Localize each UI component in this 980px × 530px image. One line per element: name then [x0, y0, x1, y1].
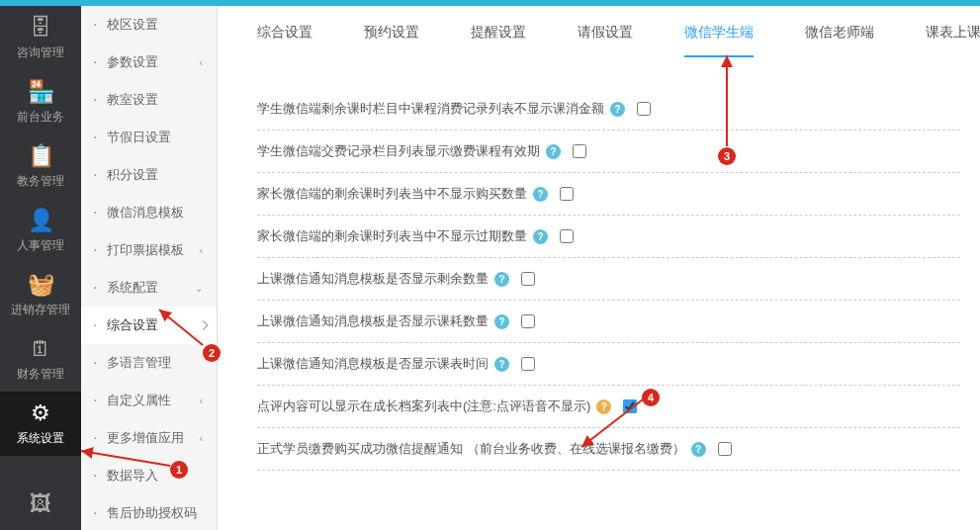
setting-row: 家长微信端的剩余课时列表当中不显示过期数量 ? [257, 216, 960, 258]
secondary-sidebar: 校区设置 参数设置‹ 教室设置 节假日设置 积分设置 微信消息模板 打印票据模板… [81, 0, 218, 530]
setting-checkbox[interactable] [637, 102, 651, 116]
help-icon[interactable]: ? [596, 399, 611, 414]
nav-bottom[interactable]: 🖼 [0, 479, 81, 530]
sidebar-label: 系统配置 [107, 279, 158, 297]
sidebar-label: 打印票据模板 [107, 241, 184, 259]
chevron-left-icon: ‹ [200, 396, 203, 406]
sidebar-item-general-settings[interactable]: 综合设置 [81, 307, 217, 344]
sidebar-item-holiday[interactable]: 节假日设置 [81, 119, 217, 156]
sidebar-label: 更多增值应用 [107, 429, 184, 447]
setting-label: 上课微信通知消息模板是否显示剩余数量 [257, 270, 489, 288]
nav-inventory[interactable]: 🧺 进销存管理 [0, 263, 81, 327]
nav-consult[interactable]: 🗄 咨询管理 [0, 6, 81, 70]
help-icon[interactable]: ? [533, 229, 548, 244]
sidebar-label: 多语言管理 [107, 354, 171, 372]
sidebar-item-addons[interactable]: 更多增值应用‹ [81, 419, 217, 457]
setting-label: 家长微信端的剩余课时列表当中不显示过期数量 [257, 227, 527, 245]
nav-label: 系统设置 [17, 430, 64, 447]
setting-row: 上课微信通知消息模板是否显示课耗数量 ? [257, 301, 960, 343]
nav-label: 前台业务 [17, 109, 64, 126]
sidebar-label: 节假日设置 [107, 129, 171, 146]
annotation-marker-3: 3 [718, 147, 736, 165]
setting-checkbox[interactable] [521, 272, 535, 286]
nav-label: 财务管理 [17, 366, 64, 383]
sidebar-item-print[interactable]: 打印票据模板‹ [81, 231, 217, 269]
setting-label: 上课微信通知消息模板是否显示课表时间 [257, 355, 489, 373]
sidebar-label: 校区设置 [107, 16, 158, 34]
sidebar-item-wechat-template[interactable]: 微信消息模板 [81, 194, 217, 231]
sidebar-item-multilang[interactable]: 多语言管理 [81, 344, 217, 382]
setting-checkbox[interactable] [623, 399, 637, 413]
help-icon[interactable]: ? [610, 102, 625, 117]
nav-hr[interactable]: 👤 人事管理 [0, 199, 81, 263]
setting-row: 上课微信通知消息模板是否显示剩余数量 ? [257, 258, 960, 301]
nav-label: 咨询管理 [17, 44, 64, 61]
inventory-icon: 🧺 [28, 272, 54, 298]
sidebar-label: 自定义属性 [107, 392, 171, 409]
help-icon[interactable]: ? [691, 442, 706, 457]
setting-label: 点评内容可以显示在成长档案列表中(注意:点评语音不显示) [257, 398, 590, 415]
setting-checkbox[interactable] [718, 442, 732, 456]
hr-icon: 👤 [28, 208, 54, 233]
main-area: 综合设置 预约设置 提醒设置 请假设置 微信学生端 微信老师端 课表上课讠 学生… [218, 0, 980, 530]
setting-label: 学生微信端交费记录栏目列表显示缴费课程有效期 [257, 142, 540, 160]
chevron-left-icon: ‹ [200, 245, 203, 256]
nav-finance[interactable]: 🗓 财务管理 [0, 327, 81, 392]
sidebar-item-customattr[interactable]: 自定义属性‹ [81, 382, 217, 419]
annotation-marker-4: 4 [642, 389, 660, 406]
tab-wechat-teacher[interactable]: 微信老师端 [805, 24, 874, 57]
chevron-down-icon: ⌄ [195, 283, 203, 294]
setting-row: 点评内容可以显示在成长档案列表中(注意:点评语音不显示) ? [257, 386, 960, 428]
app-container: 🗄 咨询管理 🏪 前台业务 📋 教务管理 👤 人事管理 🧺 进销存管理 🗓 财务… [0, 0, 980, 530]
setting-row: 学生微信端交费记录栏目列表显示缴费课程有效期 ? [257, 131, 960, 173]
top-bar [0, 0, 980, 6]
sidebar-item-points[interactable]: 积分设置 [81, 156, 217, 194]
nav-frontdesk[interactable]: 🏪 前台业务 [0, 70, 81, 134]
sidebar-item-authcode[interactable]: 售后协助授权码 [81, 494, 217, 530]
sidebar-label: 微信消息模板 [107, 204, 184, 221]
gear-icon: ⚙ [31, 400, 50, 426]
setting-checkbox[interactable] [573, 144, 586, 158]
help-icon[interactable]: ? [494, 272, 509, 287]
setting-label: 正式学员缴费购买成功微信提醒通知 （前台业务收费、在线选课报名缴费） [257, 440, 685, 458]
help-icon[interactable]: ? [494, 357, 509, 372]
sidebar-label: 综合设置 [107, 316, 158, 334]
tab-schedule[interactable]: 课表上课讠 [926, 24, 980, 57]
nav-label: 人事管理 [17, 237, 64, 254]
sidebar-label: 售后协助授权码 [107, 504, 197, 522]
primary-sidebar: 🗄 咨询管理 🏪 前台业务 📋 教务管理 👤 人事管理 🧺 进销存管理 🗓 财务… [0, 0, 81, 530]
setting-checkbox[interactable] [521, 314, 535, 328]
setting-checkbox[interactable] [560, 229, 574, 243]
setting-row: 学生微信端剩余课时栏目中课程消费记录列表不显示课消金额 ? [257, 88, 960, 131]
nav-system-settings[interactable]: ⚙ 系统设置 [0, 392, 81, 456]
setting-checkbox[interactable] [560, 187, 574, 201]
tab-general[interactable]: 综合设置 [257, 24, 312, 57]
setting-label: 学生微信端剩余课时栏目中课程消费记录列表不显示课消金额 [257, 100, 604, 118]
setting-label: 家长微信端的剩余课时列表当中不显示购买数量 [257, 185, 527, 203]
sidebar-item-classroom[interactable]: 教室设置 [81, 81, 217, 119]
nav-label: 教务管理 [17, 173, 64, 190]
tab-leave[interactable]: 请假设置 [578, 24, 633, 57]
chevron-left-icon: ‹ [200, 57, 203, 68]
nav-label: 进销存管理 [11, 302, 70, 318]
setting-row: 家长微信端的剩余课时列表当中不显示购买数量 ? [257, 173, 960, 216]
sidebar-item-campus[interactable]: 校区设置 [81, 6, 217, 44]
tab-wechat-student[interactable]: 微信学生端 [684, 24, 754, 57]
consult-icon: 🗄 [30, 15, 51, 41]
help-icon[interactable]: ? [546, 144, 561, 159]
sidebar-label: 教室设置 [107, 91, 158, 109]
sidebar-label: 数据导入 [107, 467, 158, 485]
nav-education[interactable]: 📋 教务管理 [0, 134, 81, 199]
sidebar-item-import[interactable]: 数据导入 [81, 457, 217, 494]
setting-checkbox[interactable] [521, 357, 535, 371]
tab-appointment[interactable]: 预约设置 [364, 24, 419, 57]
help-icon[interactable]: ? [494, 314, 509, 329]
finance-icon: 🗓 [30, 336, 51, 362]
setting-row: 正式学员缴费购买成功微信提醒通知 （前台业务收费、在线选课报名缴费） ? [257, 428, 960, 471]
settings-content: 学生微信端剩余课时栏目中课程消费记录列表不显示课消金额 ? 学生微信端交费记录栏… [218, 58, 980, 530]
sidebar-item-sysconfig[interactable]: 系统配置⌄ [81, 269, 217, 307]
help-icon[interactable]: ? [533, 187, 548, 202]
tab-reminder[interactable]: 提醒设置 [471, 24, 526, 57]
sidebar-item-params[interactable]: 参数设置‹ [81, 44, 217, 81]
tab-bar: 综合设置 预约设置 提醒设置 请假设置 微信学生端 微信老师端 课表上课讠 [218, 6, 980, 58]
